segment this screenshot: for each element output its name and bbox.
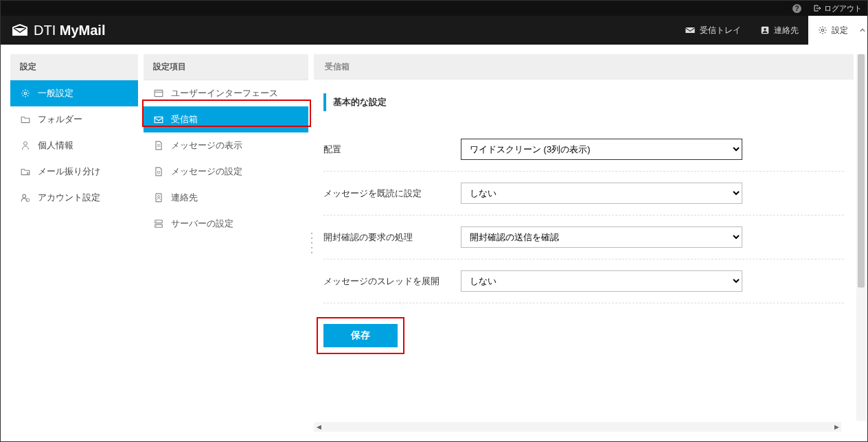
- save-wrap: 保存: [323, 324, 398, 347]
- settings-item-account[interactable]: アカウント設定: [10, 185, 138, 211]
- save-button[interactable]: 保存: [323, 324, 398, 347]
- settings-column-header: 設定: [10, 54, 138, 80]
- vertical-scrollbar[interactable]: [856, 54, 866, 421]
- gear-icon: [20, 89, 31, 98]
- svg-point-4: [24, 142, 27, 146]
- settings-item-label: 一般設定: [38, 87, 73, 100]
- svg-point-2: [821, 29, 824, 32]
- server-icon: [153, 219, 164, 229]
- logout-label: ログアウト: [824, 3, 862, 14]
- label-thread: メッセージのスレッドを展開: [323, 275, 461, 288]
- nav-contacts-label: 連絡先: [774, 25, 799, 36]
- addressbook-icon: [153, 193, 164, 202]
- nav-inbox-label: 受信トレイ: [700, 25, 741, 36]
- document-gear-icon: [153, 167, 164, 176]
- user-email-obscured: [804, 4, 806, 12]
- label-mark-read: メッセージを既読に設定: [323, 187, 461, 200]
- select-receipt[interactable]: 開封確認の送信を確認: [461, 226, 742, 248]
- nav-settings[interactable]: 設定: [808, 16, 858, 45]
- label-receipt: 開封確認の要求の処理: [323, 231, 461, 244]
- window-icon: [153, 89, 164, 97]
- row-mark-read: メッセージを既読に設定 しない: [323, 172, 844, 216]
- nav-collapse-caret[interactable]: [858, 16, 867, 45]
- svg-point-3: [24, 92, 27, 95]
- label-layout: 配置: [323, 143, 461, 156]
- svg-rect-7: [155, 90, 163, 96]
- item-label: メッセージの表示: [171, 139, 242, 152]
- vertical-scrollbar-thumb[interactable]: [858, 54, 865, 288]
- settings-item-label: メール振り分け: [38, 165, 100, 178]
- settings-item-general[interactable]: 一般設定: [10, 80, 138, 106]
- workspace: 設定 一般設定 フォルダー 個人情報 メール振り分け: [1, 45, 867, 441]
- settings-item-folders[interactable]: フォルダー: [10, 106, 138, 132]
- items-list: ユーザーインターフェース 受信箱 メッセージの表示 メッセージの設定 連絡先: [144, 80, 308, 432]
- svg-point-9: [157, 171, 160, 174]
- row-receipt: 開封確認の要求の処理 開封確認の送信を確認: [323, 216, 844, 259]
- svg-point-1: [764, 28, 766, 31]
- nav-settings-label: 設定: [832, 25, 848, 36]
- settings-item-identity[interactable]: 個人情報: [10, 132, 138, 159]
- gear-icon: [818, 25, 827, 35]
- svg-point-15: [157, 226, 157, 226]
- settings-items-column: 設定項目 ユーザーインターフェース 受信箱 メッセージの表示 メッセージの設定: [144, 54, 308, 432]
- contacts-icon: [760, 25, 770, 35]
- item-contacts[interactable]: 連絡先: [144, 185, 308, 211]
- item-label: メッセージの設定: [171, 165, 242, 178]
- scroll-right-button[interactable]: ▶: [832, 422, 841, 432]
- settings-item-label: フォルダー: [38, 113, 82, 126]
- user-info: ?: [792, 4, 806, 13]
- mail-logo-icon: [12, 24, 28, 36]
- row-thread: メッセージのスレッドを展開 しない: [323, 259, 844, 303]
- app-header: DTI MyMail 受信トレイ 連絡先 設定: [1, 16, 867, 45]
- item-server[interactable]: サーバーの設定: [144, 211, 308, 237]
- settings-column: 設定 一般設定 フォルダー 個人情報 メール振り分け: [10, 54, 138, 432]
- item-message-settings[interactable]: メッセージの設定: [144, 159, 308, 185]
- item-label: 受信箱: [171, 113, 198, 126]
- svg-point-14: [157, 221, 157, 222]
- settings-item-filters[interactable]: メール振り分け: [10, 159, 138, 185]
- settings-list: 一般設定 フォルダー 個人情報 メール振り分け アカウント設定: [10, 80, 138, 432]
- folder-icon: [20, 115, 31, 124]
- logout-icon: [813, 4, 821, 12]
- item-inbox[interactable]: 受信箱: [144, 106, 308, 132]
- mail-icon: [153, 116, 164, 124]
- select-layout[interactable]: ワイドスクリーン (3列の表示): [461, 139, 742, 160]
- content-column: 受信箱 基本的な設定 配置 ワイドスクリーン (3列の表示) メッセージを既読に…: [314, 54, 854, 432]
- document-view-icon: [153, 141, 164, 150]
- logo-text-2: MyMail: [60, 23, 106, 38]
- scroll-left-button[interactable]: ◀: [314, 422, 323, 432]
- help-icon[interactable]: ?: [792, 4, 801, 13]
- item-message-display[interactable]: メッセージの表示: [144, 132, 308, 159]
- horizontal-scrollbar[interactable]: ◀ ▶: [314, 422, 841, 432]
- main-nav: 受信トレイ 連絡先 設定: [675, 16, 867, 45]
- column-resize-handle[interactable]: [311, 233, 315, 253]
- logout-link[interactable]: ログアウト: [813, 3, 862, 14]
- select-mark-read[interactable]: しない: [461, 183, 742, 204]
- top-utility-bar: ? ログアウト: [1, 1, 867, 16]
- nav-inbox[interactable]: 受信トレイ: [675, 16, 751, 45]
- select-thread[interactable]: しない: [461, 270, 742, 292]
- inbox-icon: [685, 26, 696, 34]
- content-header: 受信箱: [314, 54, 854, 80]
- section-title: 基本的な設定: [323, 93, 844, 111]
- content-body: 基本的な設定 配置 ワイドスクリーン (3列の表示) メッセージを既読に設定 し…: [314, 80, 854, 432]
- item-label: サーバーの設定: [171, 218, 233, 230]
- item-ui[interactable]: ユーザーインターフェース: [144, 80, 308, 106]
- app-logo: DTI MyMail: [12, 23, 105, 38]
- svg-point-5: [23, 194, 26, 198]
- settings-item-label: 個人情報: [38, 139, 73, 152]
- nav-contacts[interactable]: 連絡先: [751, 16, 808, 45]
- logo-text-1: DTI: [34, 23, 56, 38]
- settings-item-label: アカウント設定: [38, 191, 100, 204]
- item-label: ユーザーインターフェース: [171, 87, 278, 100]
- svg-rect-12: [155, 220, 163, 223]
- svg-rect-13: [155, 224, 163, 227]
- person-icon: [20, 141, 31, 150]
- svg-rect-8: [155, 117, 163, 122]
- folder-arrow-icon: [20, 167, 31, 176]
- row-layout: 配置 ワイドスクリーン (3列の表示): [323, 128, 844, 172]
- items-column-header: 設定項目: [144, 54, 308, 80]
- item-label: 連絡先: [171, 191, 198, 204]
- account-icon: [20, 193, 31, 202]
- chevron-up-icon: [860, 27, 865, 33]
